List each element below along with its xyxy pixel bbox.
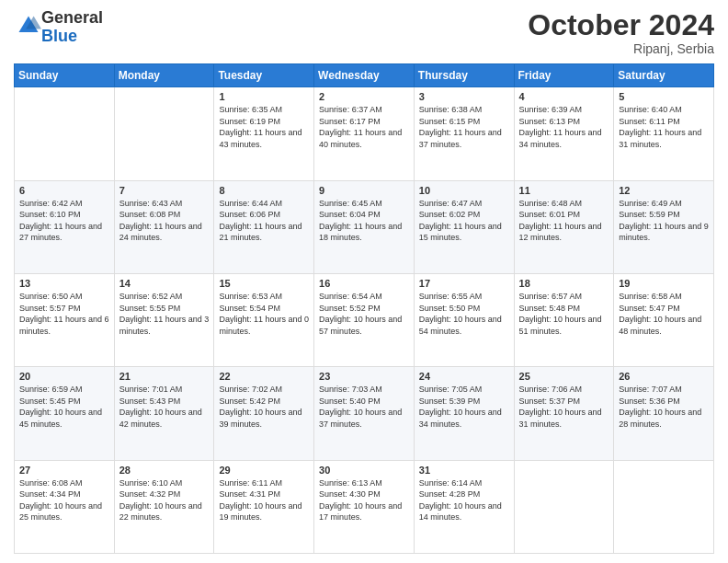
cell-info: Sunrise: 6:14 AM Sunset: 4:28 PM Dayligh… — [419, 477, 509, 523]
cell-info: Sunrise: 7:05 AM Sunset: 5:39 PM Dayligh… — [419, 384, 509, 430]
weekday-header-thursday: Thursday — [414, 64, 514, 87]
calendar-cell: 7Sunrise: 6:43 AM Sunset: 6:08 PM Daylig… — [114, 180, 214, 273]
calendar-cell: 22Sunrise: 7:02 AM Sunset: 5:42 PM Dayli… — [214, 367, 314, 460]
day-number: 11 — [519, 185, 609, 196]
day-number: 3 — [419, 91, 509, 102]
cell-info: Sunrise: 6:45 AM Sunset: 6:04 PM Dayligh… — [319, 198, 409, 244]
calendar-cell: 1Sunrise: 6:35 AM Sunset: 6:19 PM Daylig… — [214, 87, 314, 180]
calendar-cell — [15, 87, 115, 180]
day-number: 9 — [319, 185, 409, 196]
cell-info: Sunrise: 6:42 AM Sunset: 6:10 PM Dayligh… — [19, 198, 109, 244]
calendar-cell: 11Sunrise: 6:48 AM Sunset: 6:01 PM Dayli… — [514, 180, 614, 273]
day-number: 5 — [619, 91, 709, 102]
calendar-cell: 30Sunrise: 6:13 AM Sunset: 4:30 PM Dayli… — [314, 460, 415, 553]
day-number: 26 — [619, 371, 709, 382]
logo-icon — [16, 13, 41, 39]
calendar-cell: 16Sunrise: 6:54 AM Sunset: 5:52 PM Dayli… — [314, 273, 415, 366]
day-number: 25 — [519, 371, 609, 382]
day-number: 12 — [619, 185, 709, 196]
day-number: 15 — [219, 278, 309, 289]
logo: General Blue — [14, 9, 103, 46]
day-number: 4 — [519, 91, 609, 102]
calendar-cell: 12Sunrise: 6:49 AM Sunset: 5:59 PM Dayli… — [614, 180, 714, 273]
cell-info: Sunrise: 7:01 AM Sunset: 5:43 PM Dayligh… — [119, 384, 210, 430]
calendar-cell: 9Sunrise: 6:45 AM Sunset: 6:04 PM Daylig… — [314, 180, 415, 273]
day-number: 30 — [319, 465, 409, 476]
calendar-week-5: 27Sunrise: 6:08 AM Sunset: 4:34 PM Dayli… — [15, 460, 714, 553]
day-number: 19 — [619, 278, 709, 289]
cell-info: Sunrise: 6:49 AM Sunset: 5:59 PM Dayligh… — [619, 198, 709, 244]
calendar-cell: 5Sunrise: 6:40 AM Sunset: 6:11 PM Daylig… — [614, 87, 714, 180]
day-number: 2 — [319, 91, 409, 102]
cell-info: Sunrise: 6:13 AM Sunset: 4:30 PM Dayligh… — [319, 477, 409, 523]
day-number: 31 — [419, 465, 509, 476]
day-number: 28 — [119, 465, 210, 476]
calendar-cell: 10Sunrise: 6:47 AM Sunset: 6:02 PM Dayli… — [414, 180, 514, 273]
weekday-header-monday: Monday — [114, 64, 214, 87]
calendar-cell: 8Sunrise: 6:44 AM Sunset: 6:06 PM Daylig… — [214, 180, 314, 273]
day-number: 14 — [119, 278, 210, 289]
calendar-cell: 4Sunrise: 6:39 AM Sunset: 6:13 PM Daylig… — [514, 87, 614, 180]
cell-info: Sunrise: 6:10 AM Sunset: 4:32 PM Dayligh… — [119, 477, 210, 523]
day-number: 7 — [119, 185, 210, 196]
calendar-cell: 15Sunrise: 6:53 AM Sunset: 5:54 PM Dayli… — [214, 273, 314, 366]
day-number: 18 — [519, 278, 609, 289]
header: General Blue October 2024 Ripanj, Serbia — [14, 9, 714, 56]
calendar-cell: 23Sunrise: 7:03 AM Sunset: 5:40 PM Dayli… — [314, 367, 415, 460]
day-number: 1 — [219, 91, 309, 102]
day-number: 29 — [219, 465, 309, 476]
cell-info: Sunrise: 6:35 AM Sunset: 6:19 PM Dayligh… — [219, 104, 309, 150]
month-title: October 2024 — [528, 9, 714, 41]
cell-info: Sunrise: 6:11 AM Sunset: 4:31 PM Dayligh… — [219, 477, 309, 523]
day-number: 24 — [419, 371, 509, 382]
calendar-cell — [514, 460, 614, 553]
calendar-cell: 18Sunrise: 6:57 AM Sunset: 5:48 PM Dayli… — [514, 273, 614, 366]
cell-info: Sunrise: 6:58 AM Sunset: 5:47 PM Dayligh… — [619, 291, 709, 337]
cell-info: Sunrise: 6:53 AM Sunset: 5:54 PM Dayligh… — [219, 291, 309, 337]
cell-info: Sunrise: 6:43 AM Sunset: 6:08 PM Dayligh… — [119, 198, 210, 244]
calendar-cell: 26Sunrise: 7:07 AM Sunset: 5:36 PM Dayli… — [614, 367, 714, 460]
cell-info: Sunrise: 6:52 AM Sunset: 5:55 PM Dayligh… — [119, 291, 210, 337]
weekday-header-saturday: Saturday — [614, 64, 714, 87]
cell-info: Sunrise: 6:48 AM Sunset: 6:01 PM Dayligh… — [519, 198, 609, 244]
cell-info: Sunrise: 6:50 AM Sunset: 5:57 PM Dayligh… — [19, 291, 109, 337]
calendar-week-2: 6Sunrise: 6:42 AM Sunset: 6:10 PM Daylig… — [15, 180, 714, 273]
calendar-cell — [114, 87, 214, 180]
weekday-header-friday: Friday — [514, 64, 614, 87]
cell-info: Sunrise: 6:08 AM Sunset: 4:34 PM Dayligh… — [19, 477, 109, 523]
logo-general-text: General — [41, 8, 103, 27]
cell-info: Sunrise: 6:38 AM Sunset: 6:15 PM Dayligh… — [419, 104, 509, 150]
title-block: October 2024 Ripanj, Serbia — [528, 9, 714, 56]
cell-info: Sunrise: 6:57 AM Sunset: 5:48 PM Dayligh… — [519, 291, 609, 337]
cell-info: Sunrise: 6:44 AM Sunset: 6:06 PM Dayligh… — [219, 198, 309, 244]
calendar-table: SundayMondayTuesdayWednesdayThursdayFrid… — [14, 63, 714, 554]
day-number: 16 — [319, 278, 409, 289]
calendar-week-4: 20Sunrise: 6:59 AM Sunset: 5:45 PM Dayli… — [15, 367, 714, 460]
cell-info: Sunrise: 7:03 AM Sunset: 5:40 PM Dayligh… — [319, 384, 409, 430]
calendar-cell: 27Sunrise: 6:08 AM Sunset: 4:34 PM Dayli… — [15, 460, 115, 553]
day-number: 8 — [219, 185, 309, 196]
logo-blue-text: Blue — [41, 27, 77, 45]
location: Ripanj, Serbia — [528, 41, 714, 56]
day-number: 13 — [19, 278, 109, 289]
day-number: 23 — [319, 371, 409, 382]
calendar-cell: 24Sunrise: 7:05 AM Sunset: 5:39 PM Dayli… — [414, 367, 514, 460]
calendar-cell: 28Sunrise: 6:10 AM Sunset: 4:32 PM Dayli… — [114, 460, 214, 553]
cell-info: Sunrise: 6:59 AM Sunset: 5:45 PM Dayligh… — [19, 384, 109, 430]
calendar-cell: 3Sunrise: 6:38 AM Sunset: 6:15 PM Daylig… — [414, 87, 514, 180]
cell-info: Sunrise: 6:54 AM Sunset: 5:52 PM Dayligh… — [319, 291, 409, 337]
calendar-cell: 17Sunrise: 6:55 AM Sunset: 5:50 PM Dayli… — [414, 273, 514, 366]
calendar-cell: 19Sunrise: 6:58 AM Sunset: 5:47 PM Dayli… — [614, 273, 714, 366]
calendar-week-1: 1Sunrise: 6:35 AM Sunset: 6:19 PM Daylig… — [15, 87, 714, 180]
cell-info: Sunrise: 7:02 AM Sunset: 5:42 PM Dayligh… — [219, 384, 309, 430]
day-number: 21 — [119, 371, 210, 382]
cell-info: Sunrise: 6:47 AM Sunset: 6:02 PM Dayligh… — [419, 198, 509, 244]
calendar-header-row: SundayMondayTuesdayWednesdayThursdayFrid… — [15, 64, 714, 87]
weekday-header-wednesday: Wednesday — [314, 64, 415, 87]
calendar-cell: 6Sunrise: 6:42 AM Sunset: 6:10 PM Daylig… — [15, 180, 115, 273]
calendar-cell: 29Sunrise: 6:11 AM Sunset: 4:31 PM Dayli… — [214, 460, 314, 553]
day-number: 17 — [419, 278, 509, 289]
calendar-cell: 25Sunrise: 7:06 AM Sunset: 5:37 PM Dayli… — [514, 367, 614, 460]
day-number: 10 — [419, 185, 509, 196]
calendar-cell: 20Sunrise: 6:59 AM Sunset: 5:45 PM Dayli… — [15, 367, 115, 460]
